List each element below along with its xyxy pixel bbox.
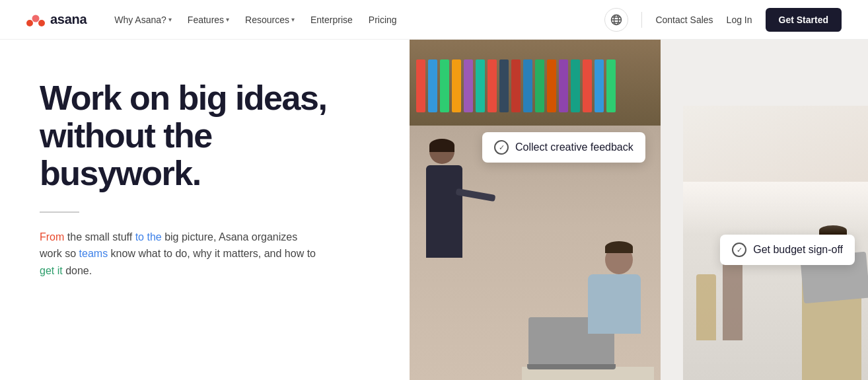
book <box>523 59 532 112</box>
get-started-button[interactable]: Get Started <box>766 8 842 32</box>
chevron-down-icon: ▾ <box>226 16 229 23</box>
book <box>535 59 544 112</box>
desc-highlight-from: From <box>40 231 64 243</box>
bookshelf <box>410 40 661 132</box>
tooltip-feedback-text: Collect creative feedback <box>515 141 633 153</box>
main-content: Work on big ideas, without the busywork.… <box>0 40 868 380</box>
hero-divider <box>40 211 79 213</box>
tooltip-budget-card: ✓ Get budget sign-off <box>720 235 855 265</box>
right-people-area <box>683 182 868 380</box>
book <box>499 59 509 112</box>
language-selector-button[interactable] <box>604 8 628 32</box>
book <box>440 59 449 112</box>
tooltip-budget-text: Get budget sign-off <box>753 244 843 256</box>
nav-item-features[interactable]: Features ▾ <box>181 9 236 30</box>
nav-right: Contact Sales Log In Get Started <box>604 8 842 32</box>
nav-item-resources[interactable]: Resources ▾ <box>238 9 301 30</box>
tooltip-feedback-card: ✓ Collect creative feedback <box>482 132 645 163</box>
chevron-down-icon: ▾ <box>168 16 172 23</box>
office-image-left <box>410 40 661 380</box>
svg-point-2 <box>38 20 45 26</box>
book <box>547 59 556 112</box>
log-in-link[interactable]: Log In <box>727 15 752 25</box>
asana-logo-icon <box>26 13 45 26</box>
navbar: asana Why Asana? ▾ Features ▾ Resources … <box>0 0 868 40</box>
book <box>595 59 604 112</box>
book <box>428 59 437 112</box>
book <box>571 59 580 112</box>
nav-item-pricing[interactable]: Pricing <box>362 9 404 30</box>
hero-left-panel: Work on big ideas, without the busywork.… <box>0 40 410 380</box>
logo-text: asana <box>50 12 87 27</box>
desc-highlight-to: to <box>135 231 144 243</box>
hero-right-panel: ✓ Collect creative feedback ✓ Get budget… <box>410 40 868 380</box>
book <box>464 59 473 112</box>
check-icon-budget: ✓ <box>732 243 746 257</box>
nav-divider <box>641 12 642 28</box>
svg-point-1 <box>26 20 33 26</box>
contact-sales-link[interactable]: Contact Sales <box>655 15 713 25</box>
hero-description: From the small stuff to the big picture,… <box>40 229 317 280</box>
book <box>583 59 592 112</box>
book <box>511 59 521 112</box>
nav-links: Why Asana? ▾ Features ▾ Resources ▾ Ente… <box>108 9 604 30</box>
book <box>559 59 568 112</box>
logo[interactable]: asana <box>26 12 87 27</box>
nav-item-enterprise[interactable]: Enterprise <box>304 9 359 30</box>
hero-title: Work on big ideas, without the busywork. <box>40 79 370 193</box>
check-icon-feedback: ✓ <box>494 140 509 155</box>
people-area <box>410 126 661 380</box>
book <box>416 59 425 112</box>
book <box>488 59 497 112</box>
book <box>476 59 485 112</box>
desc-highlight-get: get it <box>40 265 63 276</box>
desc-highlight-the: the <box>147 231 161 243</box>
chevron-down-icon: ▾ <box>291 16 295 23</box>
desc-highlight-teams: teams <box>79 248 108 259</box>
nav-item-why-asana[interactable]: Why Asana? ▾ <box>108 9 178 30</box>
globe-icon <box>610 14 622 26</box>
svg-point-0 <box>32 15 40 22</box>
book <box>606 59 616 112</box>
book <box>452 59 461 112</box>
